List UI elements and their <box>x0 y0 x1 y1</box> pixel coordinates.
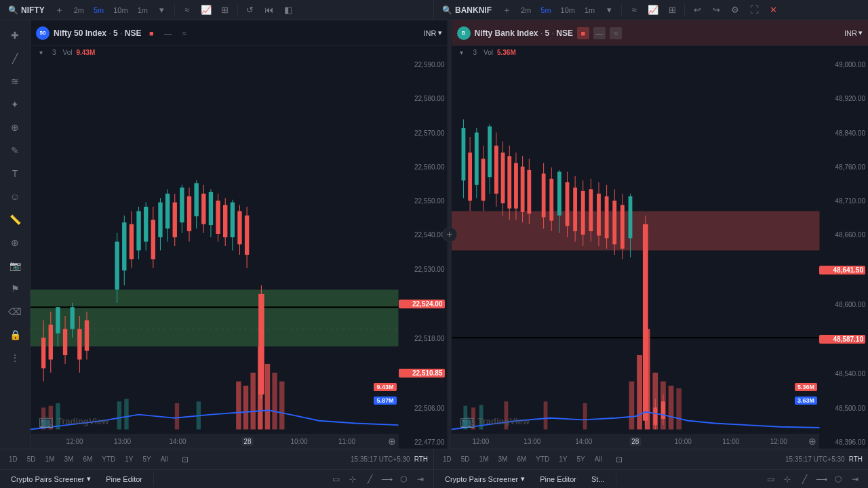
measure-tool[interactable]: ⊕ <box>4 117 26 138</box>
nifty-compare[interactable]: — <box>161 27 174 39</box>
fullscreen-r[interactable]: ⛶ <box>746 2 762 18</box>
strategy-btn[interactable]: 📈 <box>198 2 214 18</box>
nifty-chart-body[interactable]: 22,590.00 22,580.00 22,570.00 22,560.00 … <box>31 58 448 449</box>
tf-1m[interactable]: 1m <box>134 5 151 16</box>
flag-tool[interactable]: ⚑ <box>4 278 26 300</box>
tf-2m[interactable]: 2m <box>71 5 87 16</box>
tf-1y-l[interactable]: 1Y <box>121 454 136 464</box>
redo-r[interactable]: ↪ <box>708 2 724 18</box>
layout-btn-r[interactable]: ⊞ <box>664 2 680 18</box>
tf-5y-r[interactable]: 5Y <box>574 454 589 464</box>
tf-all-r[interactable]: All <box>591 454 606 464</box>
measure-icon-r[interactable]: ⇥ <box>848 472 863 487</box>
tf-3m-r[interactable]: 3M <box>495 454 511 464</box>
screenshot-tool[interactable]: 📷 <box>4 255 26 277</box>
banknifty-title[interactable]: Nifty Bank Index · 5 · NSE <box>475 28 573 38</box>
magnify-tool[interactable]: ⊕ <box>4 232 26 253</box>
tf-5m-r[interactable]: 5m <box>537 5 554 16</box>
measure-icon-l[interactable]: ⇥ <box>413 472 428 487</box>
banknifty-search[interactable]: 🔍 BANKNIF <box>438 4 496 16</box>
add-chart-btn-r[interactable]: ＋ <box>498 2 515 18</box>
eraser-tool[interactable]: ⌫ <box>4 301 26 323</box>
bank-settings2[interactable]: ≈ <box>610 27 622 39</box>
crypto-screener-right[interactable]: Crypto Pairs Screener ▾ <box>439 473 530 485</box>
transform-icon-l[interactable]: ⊹ <box>345 472 360 487</box>
trend-line[interactable]: ╱ <box>4 47 26 69</box>
tf-5m[interactable]: 5m <box>90 5 107 16</box>
indicator-btn[interactable]: ≈ <box>179 2 195 18</box>
select-icon-r[interactable]: ▭ <box>763 472 778 487</box>
tf-5y-l[interactable]: 5Y <box>140 454 155 464</box>
tf-1y-r[interactable]: 1Y <box>555 454 570 464</box>
text-tool[interactable]: T <box>4 163 26 184</box>
crosshair-icon-r[interactable]: ⊕ <box>808 436 816 447</box>
bank-close[interactable]: ■ <box>577 27 589 39</box>
arrow-icon-l[interactable]: ⟶ <box>379 472 394 487</box>
tf-ytd-l[interactable]: YTD <box>98 454 119 464</box>
nifty-settings2[interactable]: ≈ <box>178 27 190 39</box>
snap-btn-l[interactable]: ⊡ <box>177 451 193 468</box>
tf-all-l[interactable]: All <box>157 454 172 464</box>
bank-collapse[interactable]: ▾ <box>457 47 467 57</box>
shape-icon-l[interactable]: ⬡ <box>396 472 411 487</box>
transform-icon-r[interactable]: ⊹ <box>780 472 795 487</box>
add-panel-btn[interactable]: + <box>442 227 457 242</box>
ruler-tool[interactable]: 📏 <box>4 209 26 230</box>
more-tools[interactable]: ⋮ <box>4 347 26 369</box>
tf-1m-r[interactable]: 1m <box>581 5 598 16</box>
tf-1d-r[interactable]: 1D <box>439 454 455 464</box>
layout-btn[interactable]: ⊞ <box>217 2 233 18</box>
nifty-search[interactable]: 🔍 NIFTY <box>4 4 49 16</box>
pattern-tool[interactable]: ✦ <box>4 94 26 115</box>
tf-dropdown-r[interactable]: ▾ <box>601 2 617 18</box>
brush-tool[interactable]: ✎ <box>4 140 26 161</box>
panel-toggle[interactable]: ◧ <box>280 2 296 18</box>
close-r[interactable]: ✕ <box>765 2 781 18</box>
nifty-close[interactable]: ■ <box>145 27 157 39</box>
crypto-screener-left[interactable]: Crypto Pairs Screener ▾ <box>5 473 96 485</box>
tf-1m-l[interactable]: 1M <box>42 454 58 464</box>
nifty-currency[interactable]: INR ▾ <box>424 28 442 37</box>
bank-currency[interactable]: INR ▾ <box>844 28 863 37</box>
emoji-tool[interactable]: ☺ <box>4 186 26 207</box>
banknifty-chart-body[interactable]: 49,000.00 48,920.00 48,840.00 48,760.00 … <box>452 58 869 449</box>
pine-editor-left[interactable]: Pine Editor <box>100 474 148 485</box>
tf-10m-r[interactable]: 10m <box>557 5 578 16</box>
tf-3m-l[interactable]: 3M <box>61 454 77 464</box>
line-icon-l[interactable]: ╱ <box>362 472 377 487</box>
add-chart-btn[interactable]: ＋ <box>52 2 68 18</box>
bank-time-1200b: 12:00 <box>770 438 787 445</box>
replay-btn[interactable]: ↺ <box>242 2 258 18</box>
banknifty-symbol[interactable]: BANKNIF <box>455 5 492 15</box>
lock-tool[interactable]: 🔒 <box>4 324 26 346</box>
tf-6m-l[interactable]: 6M <box>79 454 96 464</box>
strategy-btn-r[interactable]: 📈 <box>645 2 661 18</box>
nifty-symbol[interactable]: NIFTY <box>21 5 45 15</box>
nifty-collapse[interactable]: ▾ <box>36 47 45 57</box>
crosshair-icon[interactable]: ⊕ <box>388 436 396 447</box>
tf-1m-r2[interactable]: 1M <box>476 454 492 464</box>
pine-editor-right[interactable]: Pine Editor <box>534 474 582 485</box>
tf-5d-l[interactable]: 5D <box>24 454 39 464</box>
arrow-icon-r[interactable]: ⟶ <box>814 472 829 487</box>
tf-1d-l[interactable]: 1D <box>5 454 21 464</box>
tf-5d-r[interactable]: 5D <box>458 454 473 464</box>
nifty-title[interactable]: Nifty 50 Index · 5 · NSE <box>54 28 141 38</box>
line-icon-r[interactable]: ╱ <box>797 472 812 487</box>
tf-ytd-r[interactable]: YTD <box>532 454 553 464</box>
shape-icon-r[interactable]: ⬡ <box>831 472 846 487</box>
indicator-btn-r[interactable]: ≈ <box>626 2 642 18</box>
settings-r[interactable]: ⚙ <box>727 2 743 18</box>
fib-tool[interactable]: ≋ <box>4 70 26 92</box>
cursor-tool[interactable]: ✚ <box>4 24 26 46</box>
pine-extra[interactable]: St... <box>586 474 610 485</box>
snap-btn-r[interactable]: ⊡ <box>611 451 627 468</box>
tf-10m[interactable]: 10m <box>110 5 131 16</box>
select-icon-l[interactable]: ▭ <box>328 472 343 487</box>
bank-compare[interactable]: — <box>593 27 606 39</box>
rewind-btn[interactable]: ⏮ <box>261 2 277 18</box>
tf-6m-r[interactable]: 6M <box>513 454 530 464</box>
tf-dropdown[interactable]: ▾ <box>154 2 170 18</box>
tf-2m-r[interactable]: 2m <box>517 5 534 16</box>
undo-r[interactable]: ↩ <box>689 2 705 18</box>
